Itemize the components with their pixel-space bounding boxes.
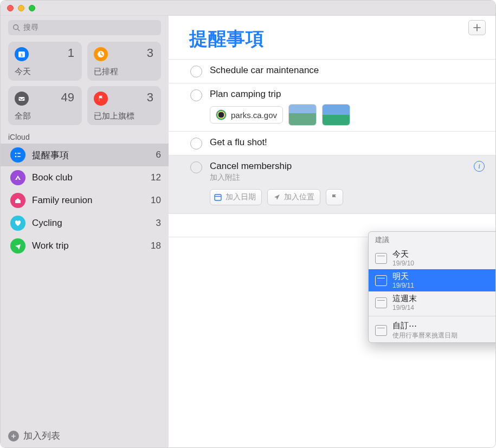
flag-chip[interactable] — [326, 189, 343, 205]
image-attachment[interactable] — [288, 104, 317, 126]
suggestion-date: 19/9/10 — [392, 259, 414, 267]
calendar-icon — [214, 193, 222, 202]
add-reminder-button[interactable] — [468, 20, 486, 35]
suggestion-title: 今天 — [392, 249, 414, 259]
reminder-row-editing[interactable]: Cancel membership 加入附註 加入日期 加入位置 — [169, 155, 495, 213]
smart-card-count: 1 — [68, 46, 74, 60]
tent-icon — [10, 170, 25, 185]
notes-input[interactable]: 加入附註 — [210, 173, 466, 183]
sidebar-list-worktrip[interactable]: Work trip 18 — [1, 235, 169, 257]
list-count: 18 — [151, 241, 161, 251]
sidebar-list-reminders[interactable]: 提醒事項 6 — [1, 144, 169, 166]
flag-icon — [331, 193, 338, 201]
calendar-today-icon: 1 — [15, 47, 29, 61]
smart-card-label: 已加上旗標 — [94, 111, 134, 121]
tray-icon — [15, 92, 29, 106]
reminder-title[interactable]: Cancel membership — [210, 161, 466, 172]
list-name: Work trip — [32, 241, 144, 251]
main-header: 提醒事項 — [169, 16, 495, 55]
complete-radio[interactable] — [190, 89, 202, 101]
suggestion-date: 19/9/14 — [392, 304, 417, 311]
info-button[interactable]: i — [474, 161, 485, 172]
zoom-window-button[interactable] — [29, 5, 35, 11]
add-date-chip[interactable]: 加入日期 — [210, 189, 262, 205]
clock-icon — [94, 47, 108, 61]
svg-text:1: 1 — [21, 53, 23, 57]
svg-point-0 — [14, 25, 18, 30]
smart-card-count: 3 — [147, 90, 153, 105]
suggestion-date: 19/9/11 — [392, 282, 414, 289]
complete-radio[interactable] — [190, 66, 202, 77]
complete-radio[interactable] — [190, 138, 202, 150]
smart-card-count: 49 — [61, 90, 74, 105]
plus-circle-icon: + — [8, 431, 19, 441]
add-list-button[interactable]: + 加入列表 — [8, 430, 60, 442]
smart-card-count: 3 — [147, 46, 153, 60]
sidebar: 搜尋 1 1 今天 3 已排程 49 全 — [1, 16, 169, 447]
close-window-button[interactable] — [7, 5, 14, 11]
smart-card-all[interactable]: 49 全部 — [8, 86, 82, 125]
location-icon — [273, 193, 281, 201]
suggestion-title: 自訂⋯ — [392, 321, 458, 331]
heart-icon — [10, 216, 25, 231]
reminders-list: Schedule car maintenance Plan camping tr… — [169, 55, 495, 237]
minimize-window-button[interactable] — [18, 5, 24, 11]
reminder-attachments: parks.ca.gov — [210, 104, 485, 126]
suggestion-title: 這週末 — [392, 294, 417, 304]
reminder-row[interactable]: Get a flu shot! — [169, 131, 495, 155]
calendar-icon — [375, 297, 387, 308]
list-count: 12 — [151, 172, 161, 183]
separator — [369, 316, 496, 316]
plus-icon — [473, 23, 481, 32]
suggestion-subtitle: 使用行事曆來挑選日期 — [392, 331, 458, 340]
url-attachment-text: parks.ca.gov — [231, 111, 277, 120]
smart-card-label: 已排程 — [94, 67, 118, 77]
main-pane: 提醒事項 Schedule car maintenance Plan campi… — [169, 16, 495, 447]
smart-card-today[interactable]: 1 1 今天 — [8, 42, 82, 81]
suggestion-weekend[interactable]: 這週末19/9/14 — [369, 291, 496, 314]
suggestion-custom[interactable]: 自訂⋯使用行事曆來挑選日期 — [369, 319, 496, 342]
reminder-row[interactable]: Plan camping trip parks.ca.gov — [169, 83, 495, 131]
list-name: Book club — [32, 172, 144, 183]
list-bullet-icon — [10, 147, 25, 163]
smart-card-label: 今天 — [15, 67, 31, 77]
smart-card-scheduled[interactable]: 3 已排程 — [87, 42, 161, 81]
svg-rect-10 — [17, 156, 21, 157]
svg-rect-11 — [215, 194, 221, 200]
svg-rect-8 — [17, 153, 21, 154]
image-attachment[interactable] — [322, 104, 350, 126]
suggestion-title: 明天 — [392, 271, 414, 282]
list-name: Family reunion — [32, 195, 144, 206]
smart-card-flagged[interactable]: 3 已加上旗標 — [87, 86, 161, 125]
calendar-icon — [375, 325, 387, 336]
reminder-row[interactable]: Schedule car maintenance — [169, 59, 495, 83]
suggestion-today[interactable]: 今天19/9/10 — [369, 247, 496, 269]
date-suggestions-popover: 建議 今天19/9/10 明天19/9/11 這週末19/9/14 自訂⋯使用行… — [368, 231, 496, 343]
search-input[interactable]: 搜尋 — [8, 20, 161, 35]
sidebar-list-cycling[interactable]: Cycling 3 — [1, 212, 169, 235]
add-location-chip[interactable]: 加入位置 — [267, 189, 320, 205]
calendar-icon — [375, 275, 387, 286]
flag-icon — [94, 92, 108, 106]
list-count: 10 — [151, 195, 161, 206]
suggestion-tomorrow[interactable]: 明天19/9/11 — [369, 269, 496, 291]
sidebar-list-bookclub[interactable]: Book club 12 — [1, 166, 169, 189]
smart-card-label: 全部 — [15, 111, 31, 121]
window-titlebar — [1, 1, 495, 16]
list-title: 提醒事項 — [189, 27, 264, 51]
sidebar-section-label: iCloud — [1, 129, 169, 144]
search-placeholder: 搜尋 — [23, 23, 38, 33]
search-icon — [12, 24, 20, 31]
svg-line-1 — [18, 29, 20, 31]
reminder-title: Schedule car maintenance — [210, 65, 485, 76]
add-date-label: 加入日期 — [226, 192, 256, 202]
reminder-title: Get a flu shot! — [210, 137, 485, 148]
complete-radio[interactable] — [190, 161, 202, 173]
sidebar-list-family[interactable]: Family reunion 10 — [1, 189, 169, 212]
url-attachment-chip[interactable]: parks.ca.gov — [210, 106, 283, 124]
favicon-icon — [216, 109, 227, 120]
quick-fields: 加入日期 加入位置 — [210, 189, 466, 205]
content-area: 搜尋 1 1 今天 3 已排程 49 全 — [1, 16, 495, 447]
list-count: 3 — [156, 218, 161, 229]
smart-lists-grid: 1 1 今天 3 已排程 49 全部 — [8, 42, 161, 125]
